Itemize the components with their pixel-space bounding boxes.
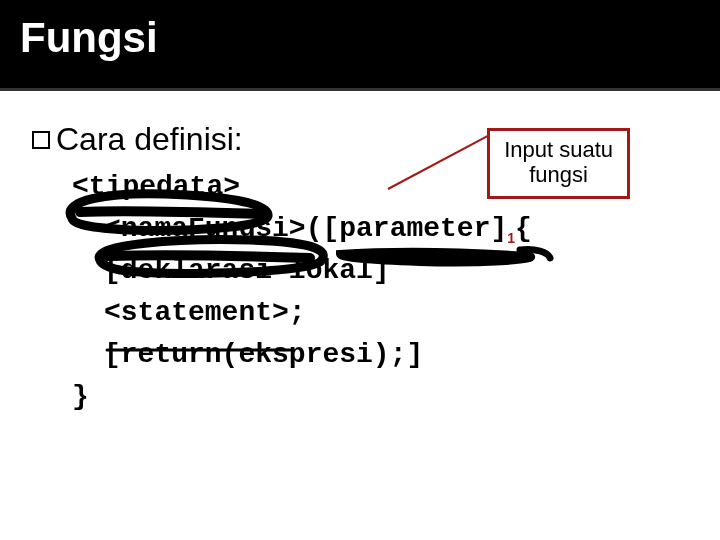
code-block: <tipedata> <namaFungsi>([parameter]1{ [d… [72, 166, 700, 418]
code-namafungsi-part: <namaFungsi>([parameter] [104, 213, 507, 244]
code-deklarasi: [deklarasi lokal] [104, 255, 390, 286]
red-subscript: 1 [507, 230, 515, 246]
slide-title: Fungsi [0, 0, 720, 91]
code-line-3: [deklarasi lokal] [72, 250, 700, 292]
title-text: Fungsi [20, 14, 158, 61]
code-line-6: } [72, 376, 700, 418]
square-bullet-icon [32, 131, 50, 149]
slide: Fungsi Cara definisi: <tipedata> <namaFu… [0, 0, 720, 540]
bullet-text: Cara definisi: [56, 121, 243, 158]
callout-box: Input suatu fungsi [487, 128, 630, 199]
callout-line2: fungsi [504, 162, 613, 187]
code-line-4: <statement>; [72, 292, 700, 334]
code-statement: <statement>; [104, 297, 306, 328]
code-return: [return(ekspresi);] [104, 339, 423, 370]
code-tipedata: <tipedata> [72, 171, 240, 202]
open-brace: { [515, 213, 532, 244]
code-line-2: <namaFungsi>([parameter]1{ [72, 208, 700, 250]
callout-line1: Input suatu [504, 137, 613, 162]
code-line-5: [return(ekspresi);] [72, 334, 700, 376]
close-brace: } [72, 381, 89, 412]
